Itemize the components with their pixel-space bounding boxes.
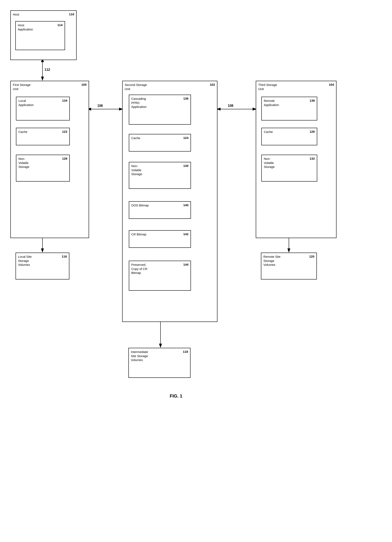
nonvol132-box: Non-VolatileStorage 132 <box>261 155 317 182</box>
host-num: 110 <box>69 12 74 16</box>
cache122-box: Cache 122 <box>16 128 70 145</box>
host-app-label: HostApplication <box>18 23 33 31</box>
second-storage-label: Second StorageUnit <box>125 83 147 91</box>
remote-site-box: Remote SiteStorageVolumes 120 <box>261 253 317 280</box>
host-app-box: HostApplication 114 <box>15 21 65 50</box>
local-site-num: 116 <box>62 255 67 258</box>
nonvol130-num: 130 <box>183 164 188 168</box>
nonvol132-label: Non-VolatileStorage <box>264 157 275 169</box>
preserved-copy-label: PreservedCopy of CRBitmap <box>131 263 147 275</box>
first-storage-num: 100 <box>81 83 87 86</box>
host-label: Host <box>13 12 19 16</box>
first-storage-box: First StorageUnit 100 LocalApplication 1… <box>10 81 89 238</box>
remote-app-label: RemoteApplication <box>264 99 279 107</box>
cache126-box: Cache 126 <box>261 128 317 145</box>
intermediate-site-num: 118 <box>183 350 188 353</box>
local-app-num: 134 <box>62 99 67 102</box>
cascading-app-label: CascadingPPRCApplication <box>131 97 147 109</box>
local-site-label: Local SiteStorageVolumes <box>18 255 32 267</box>
intermediate-site-box: IntermediateSite StorageVolumes 118 <box>128 348 191 378</box>
nonvol130-box: Non-VolatileStorage 130 <box>129 162 191 189</box>
nonvol128-box: Non-VolatileStorage 128 <box>16 155 70 182</box>
diagram-container: 112 106 108 Host 110 HostApplication <box>0 0 392 518</box>
oos-bitmap-label: OOS Bitmap <box>131 203 149 207</box>
preserved-copy-box: PreservedCopy of CRBitmap 144 <box>129 261 191 291</box>
fig-label: FIG. 1 <box>145 393 207 399</box>
third-storage-num: 104 <box>329 83 334 86</box>
preserved-copy-num: 144 <box>183 263 188 266</box>
intermediate-site-label: IntermediateSite StorageVolumes <box>131 350 148 362</box>
cache124-label: Cache <box>131 136 140 140</box>
local-site-box: Local SiteStorageVolumes 116 <box>16 253 69 280</box>
cache122-label: Cache <box>18 130 27 134</box>
arrow-108-label: 108 <box>228 104 233 108</box>
host-app-num: 114 <box>57 23 63 27</box>
nonvol130-label: Non-VolatileStorage <box>131 164 142 176</box>
host-box: Host 110 HostApplication 114 <box>10 10 77 60</box>
cache124-num: 124 <box>183 136 188 140</box>
oos-bitmap-num: 140 <box>183 203 188 207</box>
remote-site-label: Remote SiteStorageVolumes <box>263 255 281 267</box>
nonvol128-num: 128 <box>62 157 67 160</box>
cache122-num: 122 <box>62 130 67 133</box>
local-app-box: LocalApplication 134 <box>16 97 70 120</box>
arrow-112-label: 112 <box>44 68 50 71</box>
cache126-num: 126 <box>310 130 315 133</box>
cr-bitmap-box: CR Bitmap 142 <box>129 230 191 248</box>
cache126-label: Cache <box>264 130 273 134</box>
nonvol132-num: 132 <box>310 157 315 160</box>
second-storage-box: Second StorageUnit 102 CascadingPPRCAppl… <box>122 81 218 322</box>
second-storage-num: 102 <box>210 83 215 86</box>
remote-app-num: 138 <box>310 99 315 102</box>
remote-site-num: 120 <box>309 255 314 258</box>
cascading-app-num: 136 <box>183 97 188 100</box>
arrow-106-label: 106 <box>97 104 103 108</box>
local-app-label: LocalApplication <box>18 99 33 107</box>
nonvol128-label: Non-VolatileStorage <box>18 157 29 169</box>
cascading-app-box: CascadingPPRCApplication 136 <box>129 95 191 125</box>
cr-bitmap-label: CR Bitmap <box>131 232 147 236</box>
first-storage-label: First StorageUnit <box>13 83 31 91</box>
cr-bitmap-num: 142 <box>183 232 188 236</box>
remote-app-box: RemoteApplication 138 <box>261 97 317 120</box>
oos-bitmap-box: OOS Bitmap 140 <box>129 201 191 219</box>
cache124-box: Cache 124 <box>129 134 191 152</box>
third-storage-label: Third StorageUnit <box>258 83 277 91</box>
third-storage-box: Third StorageUnit 104 RemoteApplication … <box>256 81 337 238</box>
